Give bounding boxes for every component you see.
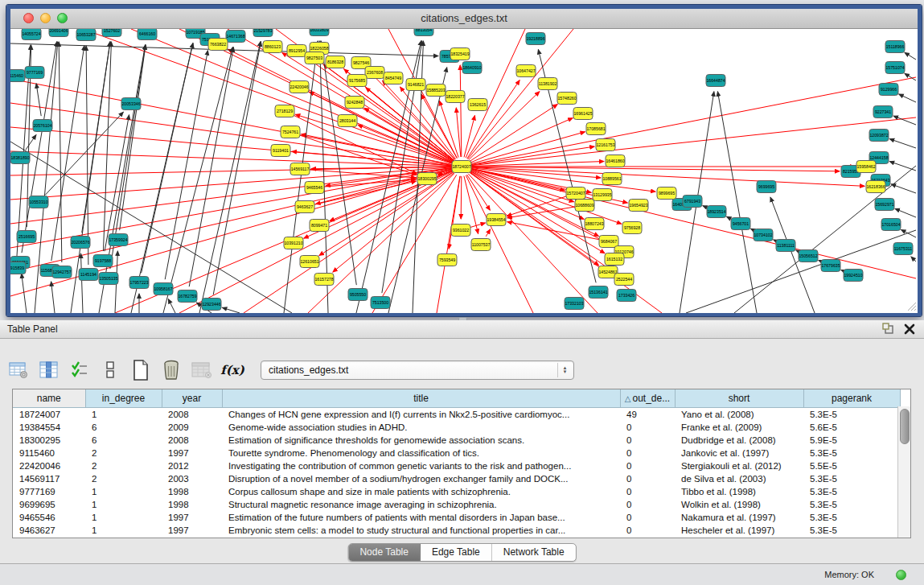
graph-node[interactable]: 15751074 xyxy=(885,62,905,74)
graph-node[interactable]: 19924510 xyxy=(844,270,863,282)
graph-node[interactable]: 11675311 xyxy=(893,243,913,255)
graph-node[interactable]: 10391210 xyxy=(284,237,303,249)
graph-node[interactable]: 9197588 xyxy=(93,255,113,267)
graph-node[interactable]: 9777169 xyxy=(25,67,44,79)
table-cell[interactable]: 5.3E-5 xyxy=(803,408,900,422)
table-cell[interactable]: Hescheler et al. (1997) xyxy=(675,524,803,537)
graph-node[interactable]: 2803144 xyxy=(338,115,357,127)
graph-node[interactable]: 14671368 xyxy=(226,31,245,43)
graph-node[interactable]: 15118966 xyxy=(885,41,905,53)
graph-node[interactable]: 12942757 xyxy=(52,266,72,278)
table-cell[interactable]: 0 xyxy=(620,498,675,511)
graph-node[interactable]: 10653287 xyxy=(76,29,96,41)
minimize-window-button[interactable] xyxy=(40,13,51,23)
table-row[interactable]: 977716911998Corpus callosum shape and si… xyxy=(13,485,900,498)
column-layout-button[interactable] xyxy=(100,360,121,381)
table-cell[interactable]: 5.9E-5 xyxy=(803,434,900,447)
table-row[interactable]: 1830029562008Estimation of significance … xyxy=(13,434,900,447)
graph-node[interactable]: 13129935 xyxy=(593,189,612,201)
column-header-short[interactable]: short xyxy=(675,389,803,408)
graph-node[interactable]: 10734102 xyxy=(754,229,773,241)
table-cell[interactable]: 18724007 xyxy=(13,408,85,422)
table-cell[interactable]: Tourette syndrome. Phenomenology and cla… xyxy=(222,447,620,459)
table-cell[interactable]: 2 xyxy=(85,447,162,459)
zoom-window-button[interactable] xyxy=(57,13,68,23)
graph-node[interactable]: 9699695 xyxy=(757,181,776,193)
network-window[interactable]: citations_edges.txt 18724007140557242069… xyxy=(6,5,922,316)
table-cell[interactable]: 2008 xyxy=(162,408,222,422)
graph-node[interactable]: 18724007 xyxy=(452,161,471,173)
graph-node[interactable]: 8454749 xyxy=(384,72,403,84)
graph-node[interactable]: 17016504 xyxy=(881,219,901,231)
table-cell[interactable]: 2012 xyxy=(162,459,222,472)
graph-node[interactable]: 9119401 xyxy=(271,145,290,157)
graph-node[interactable]: 9146821 xyxy=(406,79,425,91)
graph-node[interactable]: 7524761 xyxy=(281,126,300,138)
graph-node[interactable]: 8860123 xyxy=(263,41,282,53)
graph-node[interactable]: 2516695 xyxy=(17,231,36,243)
graph-node[interactable]: 1733426 xyxy=(617,290,636,302)
table-cell[interactable]: 49 xyxy=(620,408,675,422)
table-settings-button[interactable] xyxy=(8,360,29,381)
column-visibility-button[interactable] xyxy=(39,360,60,381)
graph-node[interactable]: 16961425 xyxy=(573,108,593,120)
graph-node[interactable]: 16461860 xyxy=(606,155,625,167)
table-cell[interactable]: 0 xyxy=(620,524,675,537)
table-cell[interactable]: Investigating the contribution of common… xyxy=(222,459,620,472)
table-cell[interactable]: 9115460 xyxy=(13,447,85,459)
graph-node[interactable]: 16033809 xyxy=(310,29,329,36)
table-cell[interactable]: 0 xyxy=(620,485,675,498)
graph-node[interactable]: 8912954 xyxy=(287,45,306,57)
graph-node[interactable]: 18923514 xyxy=(707,206,726,218)
table-cell[interactable]: Estimation of significance thresholds fo… xyxy=(222,434,620,447)
graph-node[interactable]: 12923446 xyxy=(202,299,221,311)
graph-node[interactable]: 9465546 xyxy=(305,182,324,194)
table-row[interactable]: 2242004622012Investigating the contribut… xyxy=(13,459,900,472)
graph-node[interactable]: 15692971 xyxy=(875,199,894,211)
scrollbar-thumb[interactable] xyxy=(900,409,910,444)
graph-node[interactable]: 19384554 xyxy=(487,214,506,226)
graph-node[interactable]: 2367608 xyxy=(365,67,384,79)
table-cell[interactable]: 9699695 xyxy=(13,498,85,511)
graph-node[interactable]: 18381890 xyxy=(10,152,30,164)
graph-node[interactable]: 9361022 xyxy=(451,225,470,237)
graph-node[interactable]: 6466160 xyxy=(138,29,157,40)
graph-node[interactable]: 14569117 xyxy=(290,163,310,175)
table-cell[interactable]: Embryonic stem cells: a model to study s… xyxy=(222,524,620,537)
graph-node[interactable]: 18325419 xyxy=(450,48,470,60)
graph-node[interactable]: 10688609 xyxy=(575,200,594,212)
graph-node[interactable]: 9175685 xyxy=(347,75,367,87)
graph-node[interactable]: 18807243 xyxy=(585,218,604,230)
table-cell[interactable]: 2 xyxy=(85,472,162,485)
table-cell[interactable]: 19384554 xyxy=(13,421,85,434)
table-cell[interactable]: Franke et al. (2009) xyxy=(675,421,803,434)
graph-node[interactable]: 10647427 xyxy=(516,65,536,77)
table-cell[interactable]: 1 xyxy=(85,485,162,498)
column-header-title[interactable]: title xyxy=(222,389,620,408)
table-cell[interactable]: 5.3E-5 xyxy=(803,472,900,485)
graph-node[interactable]: 16644874 xyxy=(706,75,725,87)
graph-node[interactable]: 7663822 xyxy=(208,39,228,51)
table-cell[interactable]: 2 xyxy=(85,459,162,472)
table-cell[interactable]: 2008 xyxy=(162,434,222,447)
table-cell[interactable]: Estimation of the future numbers of pati… xyxy=(222,511,620,524)
graph-node[interactable]: 12093872 xyxy=(869,130,889,142)
graph-node[interactable]: 2522544 xyxy=(614,274,634,286)
graph-node[interactable]: 13505135 xyxy=(99,273,118,285)
graph-node[interactable]: 18220377 xyxy=(446,91,465,103)
table-row[interactable]: 1872400712008Changes of HCN gene express… xyxy=(13,408,900,422)
close-window-button[interactable] xyxy=(23,13,34,23)
tab-network-table[interactable]: Network Table xyxy=(492,544,576,561)
graph-node[interactable]: 10889561 xyxy=(602,173,622,185)
table-cell[interactable]: 5.5E-5 xyxy=(803,459,900,472)
table-cell[interactable]: 2009 xyxy=(162,421,222,434)
graph-node[interactable]: 9115460 xyxy=(10,70,25,82)
column-header-pagerank[interactable]: pagerank xyxy=(803,389,900,408)
column-header-out_de[interactable]: △out_de... xyxy=(620,389,675,408)
table-cell[interactable]: 9465546 xyxy=(13,511,85,524)
graph-node[interactable]: 20206576 xyxy=(71,237,90,249)
table-cell[interactable]: 0 xyxy=(620,434,675,447)
window-resize-grip[interactable] xyxy=(906,300,917,311)
table-cell[interactable]: 1 xyxy=(85,511,162,524)
delete-table-button[interactable] xyxy=(161,360,182,381)
